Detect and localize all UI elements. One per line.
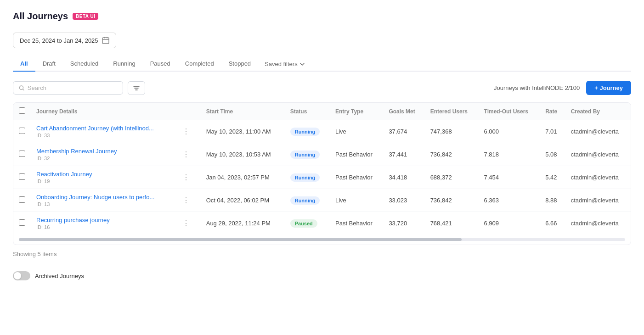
- svg-rect-0: [102, 38, 109, 44]
- row-created-by-0: ctadmin@cleverta: [565, 120, 631, 143]
- saved-filters-label: Saved filters: [265, 61, 298, 67]
- scroll-thumb: [19, 238, 462, 241]
- col-header-created-by: Created By: [565, 103, 631, 120]
- tab-stopped[interactable]: Stopped: [221, 56, 258, 72]
- journey-name-1[interactable]: Membership Renewal Journey: [36, 148, 169, 155]
- tab-all[interactable]: All: [13, 56, 35, 72]
- row-created-by-2: ctadmin@cleverta: [565, 166, 631, 189]
- calendar-icon: [102, 37, 109, 44]
- row-rate-3: 8.88: [540, 189, 565, 212]
- intellinode-info: Journeys with IntelliNODE 2/100: [494, 84, 580, 91]
- row-status-3: Running: [285, 189, 330, 212]
- row-checkbox-2[interactable]: [19, 173, 25, 180]
- archived-toggle-switch[interactable]: [13, 271, 30, 280]
- row-timed-out-users-3: 6,363: [479, 189, 540, 212]
- row-journey-details-1: Membership Renewal Journey ID: 32: [31, 143, 174, 166]
- row-checkbox-cell: [13, 143, 31, 166]
- journeys-table: Journey Details Start Time Status Entry …: [13, 103, 631, 234]
- filter-icon: [133, 84, 140, 92]
- col-header-checkbox: [13, 103, 31, 120]
- page-header: All Journeys BETA UI: [13, 11, 631, 22]
- journey-name-4[interactable]: Recurring purchase journey: [36, 217, 169, 223]
- row-checkbox-3[interactable]: [19, 196, 25, 203]
- scroll-track: [19, 238, 625, 241]
- row-checkbox-cell: [13, 212, 31, 235]
- journey-name-0[interactable]: Cart Abandonment Journey (with Intellino…: [36, 125, 169, 132]
- search-box: [13, 81, 123, 95]
- col-header-status: Status: [285, 103, 330, 120]
- col-header-rate: Rate: [540, 103, 565, 120]
- status-badge-2: Running: [290, 173, 320, 182]
- col-header-goals-met: Goals Met: [383, 103, 424, 120]
- journey-name-2[interactable]: Reactivation Journey: [36, 171, 169, 178]
- row-entered-users-1: 736,842: [425, 143, 479, 166]
- row-start-time-4: Aug 29, 2022, 11:24 PM: [201, 212, 285, 235]
- tab-scheduled[interactable]: Scheduled: [63, 56, 106, 72]
- col-header-journey-details: Journey Details: [31, 103, 174, 120]
- row-menu-button-3[interactable]: ⋮: [180, 194, 192, 207]
- row-created-by-3: ctadmin@cleverta: [565, 189, 631, 212]
- row-goals-met-0: 37,674: [383, 120, 424, 143]
- row-timed-out-users-4: 6,909: [479, 212, 540, 235]
- row-actions-2: ⋮: [174, 166, 201, 189]
- row-checkbox-0[interactable]: [19, 128, 25, 134]
- col-header-entered-users: Entered Users: [425, 103, 479, 120]
- tabs-row: All Draft Scheduled Running Paused Compl…: [13, 56, 631, 72]
- footer-row: Showing 5 items: [13, 245, 631, 257]
- horizontal-scrollbar[interactable]: [13, 234, 631, 245]
- table-header-row: Journey Details Start Time Status Entry …: [13, 103, 631, 120]
- toggle-thumb: [14, 272, 21, 279]
- add-journey-button[interactable]: + Journey: [586, 81, 631, 95]
- date-picker-button[interactable]: Dec 25, 2024 to Jan 24, 2025: [13, 33, 116, 48]
- tab-draft[interactable]: Draft: [35, 56, 63, 72]
- row-menu-button-2[interactable]: ⋮: [180, 171, 192, 184]
- row-menu-button-1[interactable]: ⋮: [180, 148, 192, 161]
- col-header-start-time: Start Time: [201, 103, 285, 120]
- row-timed-out-users-0: 6,000: [479, 120, 540, 143]
- tab-completed[interactable]: Completed: [178, 56, 221, 72]
- tab-running[interactable]: Running: [106, 56, 142, 72]
- journey-id-4: ID: 16: [36, 224, 169, 230]
- row-actions-3: ⋮: [174, 189, 201, 212]
- row-entry-type-3: Live: [330, 189, 383, 212]
- col-header-entry-type: Entry Type: [330, 103, 383, 120]
- row-timed-out-users-1: 7,818: [479, 143, 540, 166]
- row-checkbox-cell: [13, 120, 31, 143]
- filter-button[interactable]: [128, 81, 145, 95]
- row-menu-button-4[interactable]: ⋮: [180, 217, 192, 229]
- table-row: Cart Abandonment Journey (with Intellino…: [13, 120, 631, 143]
- row-start-time-3: Oct 04, 2022, 06:02 PM: [201, 189, 285, 212]
- table-row: Reactivation Journey ID: 19 ⋮ Jan 04, 20…: [13, 166, 631, 189]
- row-goals-met-3: 33,023: [383, 189, 424, 212]
- status-badge-1: Running: [290, 151, 320, 159]
- row-rate-1: 5.08: [540, 143, 565, 166]
- row-checkbox-4[interactable]: [19, 219, 25, 226]
- status-badge-0: Running: [290, 128, 320, 136]
- tab-paused[interactable]: Paused: [143, 56, 178, 72]
- table-row: Onboarding Journey: Nudge users to perfo…: [13, 189, 631, 212]
- row-checkbox-1[interactable]: [19, 151, 25, 157]
- journey-id-1: ID: 32: [36, 156, 169, 161]
- archived-row: Archived Journeys: [13, 267, 631, 280]
- search-input[interactable]: [28, 84, 117, 91]
- journey-id-0: ID: 33: [36, 133, 169, 138]
- table-row: Membership Renewal Journey ID: 32 ⋮ May …: [13, 143, 631, 166]
- row-entered-users-3: 736,842: [425, 189, 479, 212]
- row-status-1: Running: [285, 143, 330, 166]
- archived-journeys-label: Archived Journeys: [35, 273, 84, 279]
- select-all-checkbox[interactable]: [19, 107, 25, 114]
- row-entered-users-0: 747,368: [425, 120, 479, 143]
- row-actions-1: ⋮: [174, 143, 201, 166]
- row-status-4: Paused: [285, 212, 330, 235]
- journey-id-2: ID: 19: [36, 179, 169, 184]
- page-wrapper: All Journeys BETA UI Dec 25, 2024 to Jan…: [0, 0, 644, 335]
- row-entry-type-2: Past Behavior: [330, 166, 383, 189]
- row-goals-met-4: 33,720: [383, 212, 424, 235]
- row-actions-4: ⋮: [174, 212, 201, 235]
- journey-name-3[interactable]: Onboarding Journey: Nudge users to perfo…: [36, 194, 169, 201]
- saved-filters-button[interactable]: Saved filters: [258, 57, 311, 71]
- row-start-time-0: May 10, 2023, 11:00 AM: [201, 120, 285, 143]
- row-entry-type-4: Past Behavior: [330, 212, 383, 235]
- row-menu-button-0[interactable]: ⋮: [180, 125, 192, 138]
- row-entry-type-0: Live: [330, 120, 383, 143]
